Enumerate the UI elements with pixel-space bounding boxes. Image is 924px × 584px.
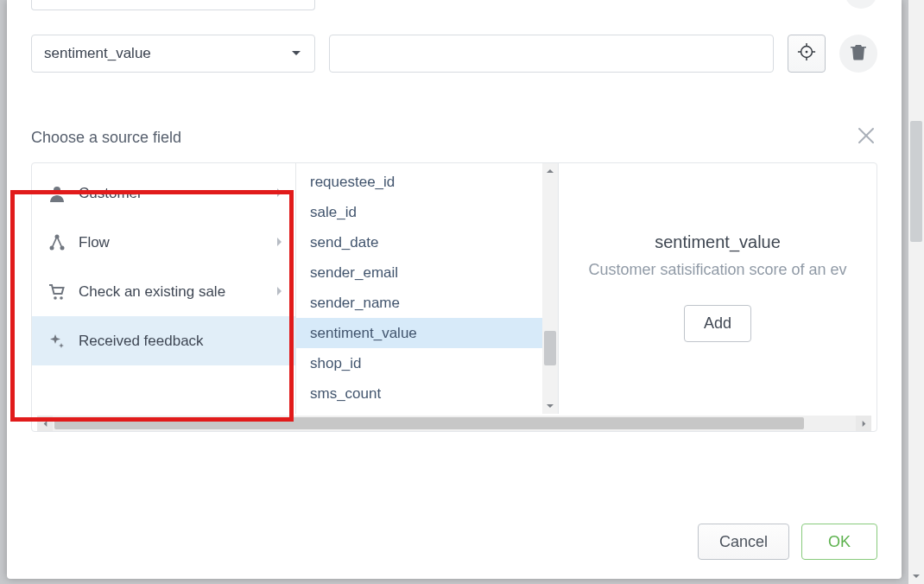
field-label: requestee_id bbox=[310, 174, 395, 191]
chevron-down-icon bbox=[290, 48, 302, 60]
scrollbar-arrow-down[interactable] bbox=[908, 568, 924, 584]
category-received-feedback[interactable]: Received feedback bbox=[32, 316, 295, 365]
mapping-row: sentiment_value bbox=[31, 35, 877, 73]
previous-delete-button[interactable] bbox=[845, 0, 877, 9]
hscroll-left-arrow[interactable] bbox=[37, 416, 53, 431]
field-sender-email[interactable]: sender_email bbox=[296, 257, 558, 288]
hscroll-thumb[interactable] bbox=[54, 417, 804, 429]
add-field-button[interactable]: Add bbox=[684, 305, 751, 342]
source-field-chooser: Customer Flow Check an existing sale bbox=[31, 162, 877, 432]
modal-footer: Cancel OK bbox=[7, 508, 902, 579]
close-chooser-button[interactable] bbox=[855, 126, 877, 149]
cart-icon bbox=[47, 283, 66, 301]
cancel-button[interactable]: Cancel bbox=[698, 524, 789, 560]
flow-icon bbox=[47, 234, 66, 251]
source-field-modal: •• Check an existing sale sentiment_valu… bbox=[7, 0, 902, 579]
ok-button[interactable]: OK bbox=[801, 524, 877, 560]
category-label: Flow bbox=[79, 234, 264, 251]
scrollbar-thumb[interactable] bbox=[910, 121, 922, 242]
svg-point-13 bbox=[60, 296, 63, 300]
previous-dropdown[interactable] bbox=[31, 0, 315, 10]
field-requestee-id[interactable]: requestee_id bbox=[296, 167, 558, 197]
value-input[interactable] bbox=[329, 35, 774, 73]
field-label: shop_id bbox=[310, 355, 362, 372]
svg-point-8 bbox=[54, 187, 60, 194]
field-sms-count[interactable]: sms_count bbox=[296, 378, 558, 409]
chooser-title: Choose a source field bbox=[31, 129, 181, 147]
field-label: sender_email bbox=[310, 264, 398, 282]
scroll-track[interactable] bbox=[542, 179, 558, 398]
field-list-scrollbar[interactable] bbox=[542, 163, 558, 414]
scroll-down-arrow[interactable] bbox=[542, 398, 558, 414]
field-label: sms_count bbox=[310, 385, 381, 403]
svg-point-5 bbox=[806, 50, 808, 53]
category-check-existing-sale[interactable]: Check an existing sale bbox=[32, 267, 295, 316]
category-flow[interactable]: Flow bbox=[32, 218, 295, 267]
page-vertical-scrollbar[interactable] bbox=[908, 0, 924, 584]
field-label: sentiment_value bbox=[310, 325, 417, 342]
category-label: Check an existing sale bbox=[79, 283, 264, 301]
detail-description: Customer satisification score of an ev bbox=[573, 261, 863, 279]
category-label: Received feedback bbox=[79, 333, 287, 350]
locate-button[interactable] bbox=[788, 35, 826, 73]
field-label: sender_name bbox=[310, 295, 400, 312]
chevron-right-icon bbox=[276, 185, 287, 202]
field-sale-id[interactable]: sale_id bbox=[296, 197, 558, 227]
chevron-right-icon bbox=[276, 234, 287, 251]
field-sender-name[interactable]: sender_name bbox=[296, 288, 558, 318]
sparkle-icon bbox=[47, 333, 66, 350]
target-field-dropdown[interactable]: sentiment_value bbox=[31, 35, 315, 73]
field-label: sale_id bbox=[310, 204, 357, 221]
category-list: Customer Flow Check an existing sale bbox=[32, 163, 295, 371]
detail-title: sentiment_value bbox=[573, 232, 863, 252]
field-detail-pane: sentiment_value Customer satisification … bbox=[559, 163, 877, 414]
person-icon bbox=[47, 185, 66, 202]
field-label: send_date bbox=[310, 234, 378, 251]
chevron-right-icon bbox=[276, 283, 287, 301]
field-shop-id[interactable]: shop_id bbox=[296, 348, 558, 378]
field-source[interactable]: source bbox=[296, 409, 558, 414]
field-sentiment-value[interactable]: sentiment_value bbox=[296, 318, 558, 348]
field-send-date[interactable]: send_date bbox=[296, 227, 558, 257]
close-icon bbox=[857, 126, 876, 149]
chooser-horizontal-scrollbar[interactable] bbox=[37, 416, 871, 431]
delete-mapping-button[interactable] bbox=[839, 35, 877, 73]
scroll-up-arrow[interactable] bbox=[542, 163, 558, 179]
previous-mapping-row: •• Check an existing sale bbox=[31, 0, 877, 16]
field-list: requestee_id sale_id send_date sender_em… bbox=[296, 163, 558, 414]
hscroll-right-arrow[interactable] bbox=[856, 416, 871, 431]
svg-point-12 bbox=[54, 296, 57, 300]
category-label: Customer bbox=[79, 185, 264, 202]
scroll-thumb[interactable] bbox=[544, 331, 556, 365]
target-field-value: sentiment_value bbox=[44, 45, 151, 62]
category-customer[interactable]: Customer bbox=[32, 168, 295, 218]
hscroll-track[interactable] bbox=[53, 416, 856, 431]
trash-icon bbox=[851, 43, 866, 65]
crosshair-icon bbox=[797, 42, 816, 66]
